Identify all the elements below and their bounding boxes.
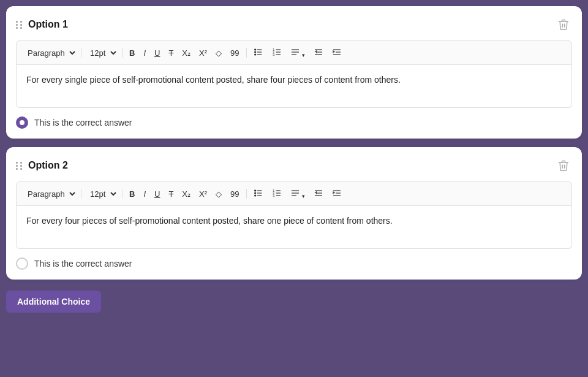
editor-content-2[interactable]: For every four pieces of self-promotiona…: [16, 206, 572, 249]
subscript-button-2[interactable]: X₂: [179, 189, 194, 199]
option-card-2: Option 2 Paragraph 12pt B: [6, 147, 582, 280]
underline-button-2[interactable]: U: [151, 189, 163, 199]
bold-button-1[interactable]: B: [126, 48, 138, 58]
drag-handle-2[interactable]: [16, 162, 23, 170]
option-header-1: Option 1: [16, 16, 572, 33]
bullet-list-button-2[interactable]: [251, 187, 266, 200]
svg-point-5: [254, 54, 255, 55]
fontsize-select-1[interactable]: 12pt: [85, 47, 118, 59]
svg-point-25: [254, 192, 255, 194]
fontsize-select-2[interactable]: 12pt: [85, 188, 118, 200]
delete-button-2[interactable]: [555, 157, 572, 174]
add-choice-button[interactable]: Additional Choice: [6, 291, 101, 313]
svg-text:3.: 3.: [273, 194, 275, 197]
toolbar-divider-3-1: [246, 48, 247, 58]
correct-answer-radio-2[interactable]: [16, 257, 28, 270]
editor-toolbar-1: Paragraph 12pt B I U T X₂ X² ◇ 99 1.2.3.: [16, 40, 572, 65]
strikethrough-button-1[interactable]: T: [165, 48, 176, 58]
option-header-2: Option 2: [16, 157, 572, 174]
special-button-2[interactable]: ◇: [213, 189, 225, 199]
option-title-group-1: Option 1: [16, 19, 68, 30]
bullet-list-button-1[interactable]: [251, 46, 266, 59]
quotes-button-2[interactable]: 99: [227, 189, 242, 199]
numbered-list-button-1[interactable]: 1.2.3.: [269, 46, 285, 59]
svg-text:3.: 3.: [273, 53, 275, 56]
correct-answer-radio-1[interactable]: [16, 116, 28, 129]
underline-button-1[interactable]: U: [151, 48, 163, 58]
indent-left-button-2[interactable]: [311, 187, 326, 200]
superscript-button-1[interactable]: X²: [196, 48, 210, 58]
drag-handle-1[interactable]: [16, 21, 23, 29]
correct-answer-row-1: This is the correct answer: [16, 116, 572, 129]
italic-button-1[interactable]: I: [140, 48, 149, 58]
svg-point-4: [254, 51, 255, 53]
toolbar-divider-2-1: [122, 48, 123, 58]
toolbar-divider-3-2: [246, 189, 247, 199]
correct-answer-row-2: This is the correct answer: [16, 257, 572, 270]
indent-left-button-1[interactable]: [311, 46, 326, 59]
editor-content-1[interactable]: For every single piece of self-promotion…: [16, 65, 572, 108]
paragraph-select-1[interactable]: Paragraph: [23, 47, 77, 59]
special-button-1[interactable]: ◇: [213, 48, 225, 58]
toolbar-divider-1-2: [81, 189, 81, 199]
paragraph-select-2[interactable]: Paragraph: [23, 188, 77, 200]
option-card-1: Option 1 Paragraph 12pt B: [6, 6, 582, 139]
strikethrough-button-2[interactable]: T: [165, 189, 176, 199]
delete-button-1[interactable]: [555, 16, 572, 33]
superscript-button-2[interactable]: X²: [196, 189, 210, 199]
bold-button-2[interactable]: B: [126, 189, 138, 199]
align-button-1[interactable]: ▾: [287, 46, 309, 59]
option-title-group-2: Option 2: [16, 160, 68, 171]
svg-point-3: [254, 49, 255, 50]
indent-right-button-1[interactable]: [329, 46, 345, 59]
editor-toolbar-2: Paragraph 12pt B I U T X₂ X² ◇ 99 1.2.3.: [16, 181, 572, 206]
option-title-2: Option 2: [28, 160, 68, 171]
toolbar-divider-2-2: [122, 189, 123, 199]
correct-answer-label-1: This is the correct answer: [34, 118, 132, 128]
indent-right-button-2[interactable]: [329, 187, 345, 200]
quotes-button-1[interactable]: 99: [227, 48, 242, 58]
align-button-2[interactable]: ▾: [287, 187, 309, 200]
italic-button-2[interactable]: I: [140, 189, 149, 199]
svg-point-24: [254, 190, 255, 191]
option-title-1: Option 1: [28, 19, 68, 30]
svg-point-26: [254, 195, 255, 196]
correct-answer-label-2: This is the correct answer: [34, 259, 132, 268]
subscript-button-1[interactable]: X₂: [179, 48, 194, 58]
numbered-list-button-2[interactable]: 1.2.3.: [269, 187, 285, 200]
toolbar-divider-1-1: [81, 48, 81, 58]
